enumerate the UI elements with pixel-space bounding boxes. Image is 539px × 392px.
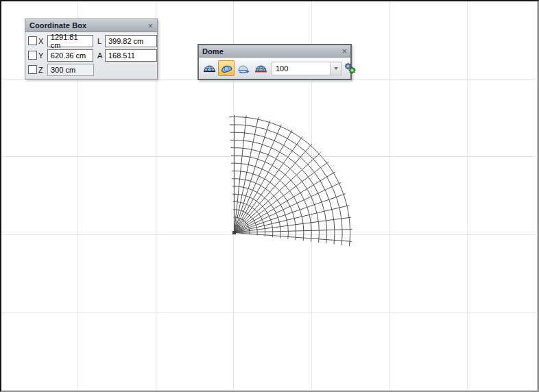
drafting-window: Coordinate Box × X 1291.81 cm L 399.82 c… [0, 0, 539, 392]
close-icon[interactable]: × [147, 21, 153, 30]
dome-redbase-icon [254, 63, 267, 73]
gears-icon [344, 62, 356, 74]
coordinate-rows: X 1291.81 cm L 399.82 cm Y 620.36 cm A 1… [25, 32, 157, 79]
z-axis-label: Z [38, 66, 47, 74]
y-lock-checkbox[interactable] [28, 51, 37, 60]
x-axis-label: X [38, 37, 47, 45]
coordinate-row-x: X 1291.81 cm L 399.82 cm [28, 34, 157, 48]
y-value-field[interactable]: 620.36 cm [47, 49, 93, 62]
dome-titlebar[interactable]: Dome × [199, 45, 350, 58]
dome-rotate-button[interactable] [235, 60, 252, 76]
dome-resolution-combobox[interactable]: 100 [272, 62, 342, 75]
dome-mesh-button[interactable] [201, 60, 217, 76]
dome-toolbar-row: 100 [199, 58, 350, 79]
combo-dropdown-button[interactable] [330, 62, 341, 75]
dome-redbase-button[interactable] [252, 60, 269, 76]
z-value-field[interactable]: 300 cm [47, 64, 94, 76]
dome-3d-button[interactable] [218, 60, 235, 76]
dome-settings-button[interactable] [344, 62, 356, 75]
coordinate-row-y: Y 620.36 cm A 168.511 [28, 48, 157, 62]
coordinate-box-palette: Coordinate Box × X 1291.81 cm L 399.82 c… [25, 19, 158, 79]
coordinate-box-titlebar[interactable]: Coordinate Box × [25, 19, 157, 32]
dome-3d-icon [220, 63, 233, 74]
dome-rotate-icon [237, 63, 250, 73]
l-label: L [97, 37, 104, 45]
y-axis-label: Y [38, 51, 47, 60]
l-value-field[interactable]: 399.82 cm [105, 35, 157, 47]
a-label: A [97, 51, 104, 60]
dome-title: Dome [202, 47, 342, 56]
coordinate-box-title: Coordinate Box [29, 21, 147, 29]
dome-resolution-value[interactable]: 100 [272, 62, 330, 75]
dome-apex-hotspot[interactable] [232, 231, 236, 234]
x-lock-checkbox[interactable] [28, 36, 37, 45]
coordinate-row-z: Z 300 cm [28, 62, 157, 77]
close-icon[interactable]: × [342, 47, 347, 56]
x-value-field[interactable]: 1291.81 cm [47, 35, 93, 47]
chevron-down-icon [334, 67, 338, 70]
z-lock-checkbox[interactable] [28, 65, 37, 74]
dome-toolbar-palette: Dome × [197, 44, 352, 80]
a-value-field[interactable]: 168.511 [105, 49, 157, 62]
dome-mesh-icon [203, 63, 216, 73]
